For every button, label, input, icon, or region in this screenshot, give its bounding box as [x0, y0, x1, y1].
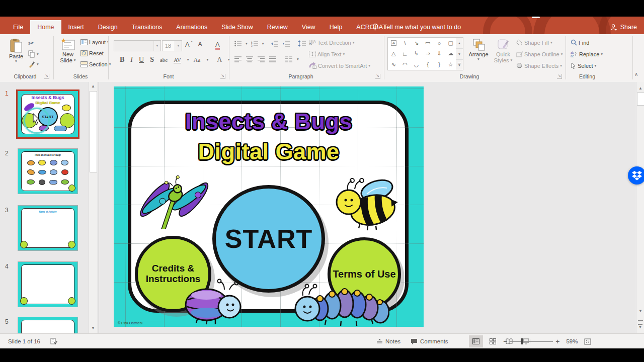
spell-check-button[interactable] [50, 334, 57, 349]
thumbnail-scrollbar[interactable]: ▲ ▼ [89, 82, 97, 333]
normal-view-button[interactable] [469, 335, 483, 347]
drawing-dialog-launcher[interactable]: ↘ [557, 74, 562, 79]
bullets-icon[interactable] [234, 41, 242, 47]
decrease-font-size-button[interactable]: Aˇ [198, 41, 205, 47]
thumbnail-slide-5[interactable] [18, 317, 78, 333]
shape-outline-button[interactable]: Shape Outline ▾ [516, 51, 562, 57]
previous-slide-button[interactable] [638, 320, 643, 321]
tab-home[interactable]: Home [30, 20, 61, 34]
shape-curve-icon[interactable]: ◡ [414, 61, 419, 68]
fit-to-window-icon[interactable] [584, 338, 591, 345]
italic-button[interactable]: I [130, 56, 133, 64]
convert-smartart-button[interactable]: Convert to SmartArt ▾ [309, 62, 370, 69]
reset-button[interactable]: Reset [80, 50, 104, 56]
shapes-gallery[interactable]: A \ ↘ ▭ ○ ▢ △ ∟ ↳ ⇒ ⇓ ☁ ∿ ◠ ◡ { } ☆ [387, 37, 457, 70]
shape-elbow-icon[interactable]: ∟ [403, 51, 408, 57]
quick-styles-button[interactable]: Quick Styles▾ [492, 38, 514, 63]
copy-button[interactable]: ▾ [28, 50, 39, 58]
section-button[interactable]: Section ▾ [80, 61, 111, 67]
shape-line-icon[interactable]: \ [404, 40, 406, 46]
layout-button[interactable]: Layout ▾ [80, 39, 109, 45]
collapse-ribbon-button[interactable]: ∧ [634, 71, 638, 77]
slide-canvas[interactable]: Insects & Bugs Digital Game START Credit… [114, 86, 424, 327]
canvas-scrollbar[interactable]: ▲ ▼ ▼ [636, 82, 644, 333]
tab-slideshow[interactable]: Slide Show [214, 20, 260, 34]
tab-help[interactable]: Help [323, 20, 350, 34]
strikethrough-button[interactable]: abc [160, 57, 168, 63]
thumb-scroll-up[interactable]: ▲ [89, 84, 97, 88]
shape-right-brace-icon[interactable]: } [438, 61, 440, 67]
align-right-icon[interactable] [258, 56, 265, 62]
next-slide-button[interactable]: ▼ [638, 324, 642, 329]
tab-transitions[interactable]: Transitions [125, 20, 170, 34]
slide-counter[interactable]: Slide 1 of 16 [8, 334, 40, 349]
tell-me-box[interactable]: Tell me what you want to do [371, 20, 461, 34]
thumb-scroll-down[interactable]: ▼ [89, 326, 97, 330]
text-shadow-button[interactable]: S [150, 56, 154, 64]
arrange-button[interactable]: Arrange ▾ [466, 38, 491, 61]
align-center-icon[interactable] [246, 56, 253, 62]
paste-button[interactable]: Paste ▾ [5, 38, 27, 63]
align-text-button[interactable]: Align Text ▾ [309, 51, 345, 57]
shapes-scroll-up[interactable]: ▲ [456, 38, 463, 49]
line-spacing-icon[interactable] [298, 40, 306, 47]
shape-right-arrow-icon[interactable]: ⇒ [426, 50, 430, 57]
thumbnail-slide-4[interactable] [18, 261, 78, 307]
thumbnail-slide-3[interactable]: Name of Activity [18, 205, 78, 251]
select-button[interactable]: Select ▾ [571, 62, 596, 69]
shapes-more-button[interactable]: ▼ [456, 60, 463, 70]
tab-file[interactable]: File [6, 20, 30, 34]
text-direction-button[interactable]: A Text Direction ▾ [309, 39, 354, 46]
clipboard-dialog-launcher[interactable]: ↘ [44, 74, 49, 79]
dropbox-badge[interactable] [628, 166, 644, 185]
font-name-combobox[interactable]: ▾ [114, 40, 161, 51]
character-spacing-button[interactable]: AV [174, 57, 181, 63]
start-button-circle[interactable]: START [212, 185, 325, 293]
replace-button[interactable]: abac Replace ▾ [571, 51, 603, 57]
shape-scribble-icon[interactable]: ∿ [391, 61, 396, 68]
shape-star-icon[interactable]: ☆ [448, 61, 453, 68]
paragraph-dialog-launcher[interactable]: ↘ [375, 74, 380, 79]
zoom-in-button[interactable]: + [555, 337, 559, 345]
increase-font-size-button[interactable]: Aˆ [185, 41, 192, 48]
align-left-icon[interactable] [234, 56, 242, 62]
canvas-scroll-up[interactable]: ▲ [636, 86, 644, 90]
font-color-button[interactable]: A [217, 56, 222, 64]
zoom-out-button[interactable]: − [503, 337, 507, 345]
tab-animations[interactable]: Animations [169, 20, 214, 34]
canvas-scroll-down[interactable]: ▼ [636, 309, 644, 313]
increase-indent-icon[interactable] [282, 41, 290, 47]
tab-insert[interactable]: Insert [61, 20, 91, 34]
shape-textbox-icon[interactable]: A [391, 40, 396, 46]
font-dialog-launcher[interactable]: ↘ [220, 74, 225, 79]
tab-view[interactable]: View [295, 20, 323, 34]
shape-effects-button[interactable]: Shape Effects ▾ [516, 62, 562, 69]
notes-button[interactable]: Notes [376, 334, 400, 349]
shape-rounded-rect-icon[interactable]: ▢ [448, 40, 453, 46]
shape-fill-button[interactable]: Shape Fill ▾ [516, 39, 552, 46]
shapes-scroll-down[interactable]: ▼ [456, 49, 463, 60]
shape-elbow-arrow-icon[interactable]: ↳ [414, 50, 419, 57]
shape-arc-icon[interactable]: ◠ [403, 61, 408, 68]
shape-freeform-icon[interactable]: ☁ [448, 50, 453, 57]
zoom-percentage[interactable]: 59% [566, 338, 578, 344]
shape-down-arrow-icon[interactable]: ⇓ [437, 50, 441, 57]
tab-design[interactable]: Design [91, 20, 125, 34]
change-case-button[interactable]: Aa [193, 56, 200, 64]
format-painter-button[interactable]: ▾ [28, 61, 39, 68]
font-size-combobox[interactable]: 18 ▾ [162, 40, 182, 51]
shape-arrow-icon[interactable]: ↘ [414, 40, 419, 46]
new-slide-button[interactable]: New Slide▾ [56, 38, 79, 63]
bold-button[interactable]: B [120, 56, 124, 64]
slide-sorter-view-button[interactable] [486, 335, 500, 347]
numbering-icon[interactable]: 123 [251, 41, 259, 47]
comments-button[interactable]: Comments [411, 334, 448, 349]
justify-icon[interactable] [269, 56, 276, 62]
columns-icon[interactable] [285, 56, 292, 62]
decrease-indent-icon[interactable] [271, 41, 279, 47]
thumb-scroll-thumb[interactable] [90, 91, 97, 172]
zoom-slider-thumb[interactable] [521, 338, 523, 344]
find-button[interactable]: Find [571, 39, 589, 46]
cut-button[interactable]: ✂ [28, 39, 34, 47]
zoom-slider[interactable] [510, 338, 553, 345]
